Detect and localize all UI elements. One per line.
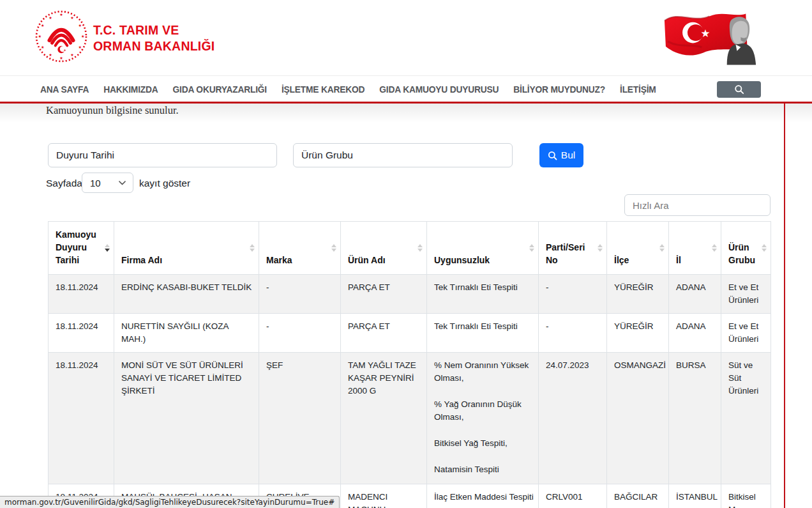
col-header-urun-grubu[interactable]: Ürün Grubu: [721, 222, 771, 275]
nav-item-gida-kamuoyu-duyurusu[interactable]: GIDA KAMUOYU DUYURUSU: [379, 85, 499, 95]
svg-text:★: ★: [70, 52, 74, 57]
col-header-firma-adi[interactable]: Firma Adı: [114, 222, 259, 275]
cell-urun-adi: PARÇA ET: [341, 275, 427, 314]
svg-text:★: ★: [49, 15, 52, 20]
cell-il: BURSA: [669, 353, 721, 484]
cell-marka: -: [259, 314, 341, 353]
svg-text:★: ★: [38, 34, 41, 38]
table-header-row: Kamuoyu Duyuru Tarihi Firma Adı Marka Ür…: [49, 222, 771, 275]
cell-duyuru-tarihi: 18.11.2024: [49, 314, 114, 353]
cell-ilce: YÜREĞİR: [607, 275, 669, 314]
ministry-emblem-logo: ★★★ ★★★ ★★★ ★★★ ★: [35, 10, 87, 63]
browser-status-url: morman.gov.tr/GuvenilirGida/gkd/SagligiT…: [0, 496, 340, 508]
cell-urun-grubu: Et ve Et Ürünleri: [721, 314, 771, 353]
sort-arrows-icon: [417, 244, 423, 252]
svg-text:★: ★: [701, 27, 710, 40]
col-header-il[interactable]: İl: [669, 222, 721, 275]
cell-firma-adi: ERDİNÇ KASABI-BUKET TELDİK: [114, 275, 259, 314]
sort-arrows-icon: [762, 244, 767, 252]
nav-item-hakkimizda[interactable]: HAKKIMIZDA: [103, 85, 158, 95]
cell-marka: ŞEF: [259, 353, 341, 484]
cell-parti-seri-no: CRLV001: [539, 484, 607, 508]
cell-parti-seri-no: -: [539, 314, 607, 353]
cell-uygunsuzluk: Tek Tırnaklı Eti Tespiti: [427, 275, 539, 314]
sort-arrows-icon: [712, 244, 718, 252]
cell-urun-grubu: Bitkisel Macun: [721, 484, 771, 508]
nav-item-iletisim[interactable]: İLETİŞİM: [620, 85, 656, 95]
cell-ilce: BAĞCILAR: [607, 484, 669, 508]
cell-parti-seri-no: 24.07.2023: [539, 353, 607, 484]
svg-text:★: ★: [81, 34, 85, 38]
bul-search-button[interactable]: Bul: [539, 143, 583, 167]
sort-arrows-icon: [529, 244, 535, 252]
ministry-title-line1: T.C. TARIM VE: [93, 22, 214, 38]
duyuru-tarihi-input[interactable]: [48, 143, 277, 167]
nav-item-isletme-karekod[interactable]: İŞLETME KAREKOD: [282, 85, 365, 95]
col-header-marka[interactable]: Marka: [259, 222, 341, 275]
intro-text: Kamuoyunun bilgisine sunulur.: [46, 104, 179, 117]
main-nav: ANA SAYFA HAKKIMIZDA GIDA OKURYAZARLIĞI …: [0, 75, 812, 102]
nav-item-biliyor-muydunuz[interactable]: BİLİYOR MUYDUNUZ?: [513, 85, 605, 95]
page-size-prefix-label: Sayfada: [46, 178, 82, 189]
svg-text:★: ★: [70, 15, 74, 20]
cell-uygunsuzluk: İlaç Etken Maddesi Tespiti: [427, 484, 539, 508]
cell-parti-seri-no: -: [539, 275, 607, 314]
cell-firma-adi: MONİ SÜT VE SÜT ÜRÜNLERİ SANAYİ VE TİCAR…: [114, 353, 259, 484]
nav-item-ana-sayfa[interactable]: ANA SAYFA: [40, 85, 89, 95]
cell-urun-adi: PARÇA ET: [341, 314, 427, 353]
cell-firma-adi: NURETTİN SAYĞILI (KOZA MAH.): [114, 314, 259, 353]
col-header-ilce[interactable]: İlçe: [607, 222, 669, 275]
col-header-uygunsuzluk[interactable]: Uygunsuzluk: [427, 222, 539, 275]
svg-text:★: ★: [79, 23, 82, 27]
cell-il: ADANA: [669, 314, 721, 353]
cell-urun-grubu: Süt ve Süt Ürünleri: [721, 353, 771, 484]
sort-arrows-icon: [105, 244, 110, 252]
table-row: 18.11.2024 MONİ SÜT VE SÜT ÜRÜNLERİ SANA…: [49, 353, 771, 484]
uygunsuzluk-item: Bitkisel Yağ Tespiti,: [434, 437, 534, 450]
svg-text:★: ★: [41, 45, 45, 49]
turkish-flag-ataturk-image: ★: [661, 6, 762, 68]
bul-button-label: Bul: [561, 150, 575, 161]
table-row: 18.11.2024 NURETTİN SAYĞILI (KOZA MAH.) …: [49, 314, 771, 353]
cell-duyuru-tarihi: 18.11.2024: [49, 275, 114, 314]
cell-urun-grubu: Et ve Et Ürünleri: [721, 275, 771, 314]
col-header-parti-seri-no[interactable]: Parti/Seri No: [539, 222, 607, 275]
quick-search-input[interactable]: [624, 194, 771, 216]
cell-uygunsuzluk: % Nem Oranının Yüksek Olması, % Yağ Oran…: [427, 353, 539, 484]
svg-text:★: ★: [59, 12, 63, 17]
ministry-title-line2: ORMAN BAKANLIĞI: [93, 38, 214, 54]
ministry-title: T.C. TARIM VE ORMAN BAKANLIĞI: [93, 22, 214, 54]
sort-arrows-icon: [250, 244, 255, 252]
cell-ilce: OSMANGAZİ: [607, 353, 669, 484]
site-header: ★★★ ★★★ ★★★ ★★★ ★ T.C. TARIM VE ORMAN BA…: [0, 0, 812, 75]
announcements-table: Kamuoyu Duyuru Tarihi Firma Adı Marka Ür…: [48, 221, 771, 508]
nav-items: ANA SAYFA HAKKIMIZDA GIDA OKURYAZARLIĞI …: [40, 76, 656, 103]
uygunsuzluk-item: Natamisin Tespiti: [434, 463, 534, 476]
col-header-kamuoyu-duyuru-tarihi[interactable]: Kamuoyu Duyuru Tarihi: [49, 222, 114, 275]
cell-marka: -: [259, 275, 341, 314]
cell-il: İSTANBUL: [669, 484, 721, 508]
cell-il: ADANA: [669, 275, 721, 314]
svg-text:★: ★: [64, 49, 66, 52]
page: ★★★ ★★★ ★★★ ★★★ ★ T.C. TARIM VE ORMAN BA…: [0, 0, 812, 508]
header-divider-rule: [0, 102, 812, 104]
content-right-border: [784, 104, 785, 508]
page-size-suffix-label: kayıt göster: [139, 178, 190, 189]
cell-duyuru-tarihi: 18.11.2024: [49, 353, 114, 484]
urun-grubu-input[interactable]: [293, 143, 513, 167]
cell-urun-adi: MADENCI MACUNU: [341, 484, 427, 508]
uygunsuzluk-item: % Yağ Oranının Düşük Olması,: [434, 398, 534, 424]
col-header-urun-adi[interactable]: Ürün Adı: [341, 222, 427, 275]
cell-uygunsuzluk: Tek Tırnaklı Eti Tespiti: [427, 314, 539, 353]
table-row: 18.11.2024 ERDİNÇ KASABI-BUKET TELDİK - …: [49, 275, 771, 314]
sort-arrows-icon: [659, 244, 665, 252]
cell-urun-adi: TAM YAĞLI TAZE KAŞAR PEYNİRİ 2000 G: [341, 353, 427, 484]
nav-search-button[interactable]: [717, 81, 761, 98]
search-icon: [734, 84, 744, 95]
nav-item-gida-okuryazarligi[interactable]: GIDA OKURYAZARLIĞI: [173, 85, 267, 95]
page-size-select[interactable]: 10: [82, 173, 133, 193]
search-icon: [548, 151, 557, 160]
svg-text:★: ★: [79, 45, 82, 49]
cell-ilce: YÜREĞİR: [607, 314, 669, 353]
sort-arrows-icon: [598, 244, 603, 252]
